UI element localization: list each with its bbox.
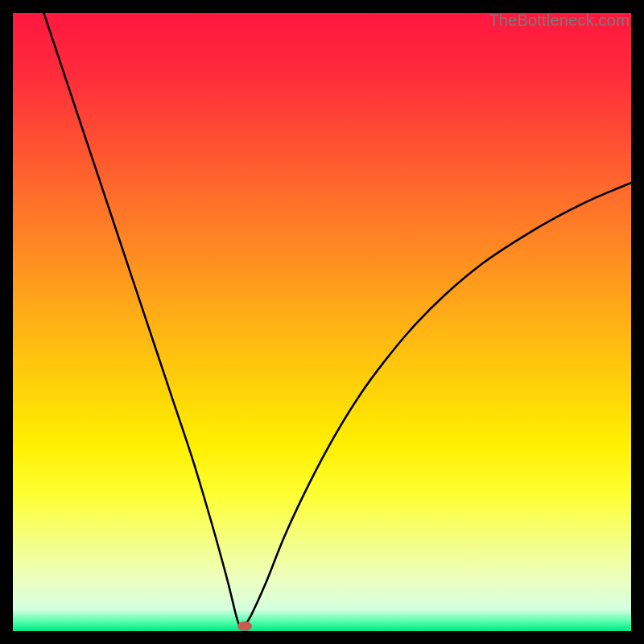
watermark-text: TheBottleneck.com	[489, 11, 630, 30]
chart-frame: TheBottleneck.com	[13, 13, 631, 631]
chart-background	[13, 13, 631, 631]
bottleneck-chart	[13, 13, 631, 631]
optimum-marker	[237, 621, 252, 631]
